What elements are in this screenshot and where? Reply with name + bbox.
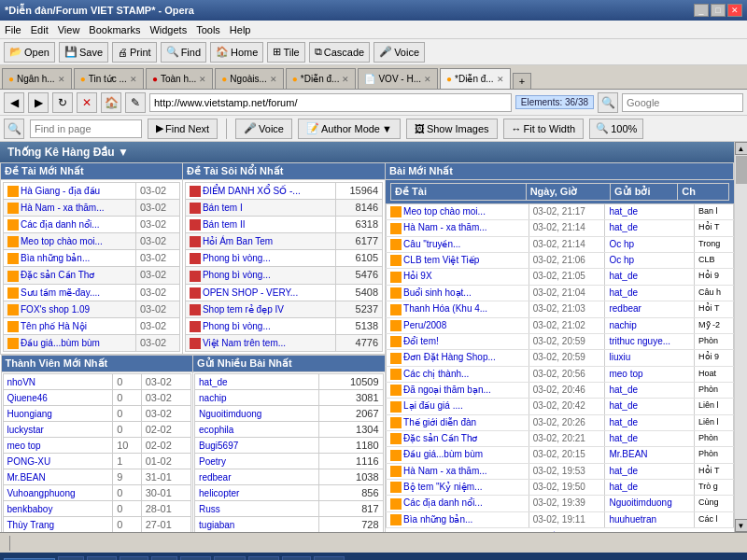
topic-link[interactable]: ĐIỂM DANH XỔ SỐ -...	[203, 186, 301, 196]
poster-link[interactable]: redbear	[199, 472, 231, 483]
topic-link[interactable]: Shop tem rẻ đẹp IV	[203, 304, 284, 315]
url-input[interactable]	[149, 93, 512, 112]
user-link[interactable]: hat_de	[609, 466, 638, 476]
poster-link[interactable]: nachip	[199, 393, 226, 403]
poster-link[interactable]: Bugi5697	[199, 441, 238, 451]
topic-link[interactable]: Đặc sản Cần Thơ	[21, 270, 94, 280]
post-link[interactable]: Đã ngoại thăm bạn...	[403, 385, 491, 395]
member-link[interactable]: Mr.BEAN	[7, 472, 46, 483]
user-link[interactable]: hat_de	[609, 271, 638, 281]
poster-link[interactable]: ecophila	[199, 425, 233, 435]
member-link[interactable]: meo top	[7, 441, 41, 451]
show-images-button[interactable]: 🖼 Show Images	[406, 119, 498, 139]
tab-5[interactable]: 📄VOV - H...✕	[358, 68, 438, 89]
user-link[interactable]: huuhuetran	[609, 514, 656, 525]
topic-link[interactable]: Đầu giá...bùm bùm	[21, 338, 100, 348]
tab-close-3[interactable]: ✕	[270, 75, 277, 84]
member-link[interactable]: PONG-XU	[7, 456, 51, 467]
topic-link[interactable]: Các địa danh nổi...	[21, 219, 100, 230]
home-nav-button[interactable]: 🏠	[101, 92, 121, 113]
post-link[interactable]: Bìa những bản...	[403, 514, 472, 525]
user-link[interactable]: redbear	[609, 303, 641, 314]
post-link[interactable]: Đổi tem!	[403, 336, 439, 346]
scroll-thumb[interactable]	[736, 156, 747, 184]
scroll-down-button[interactable]: ▼	[735, 519, 748, 532]
tab-close-6[interactable]: ✕	[497, 75, 504, 84]
member-link[interactable]: Thùy Trang	[7, 520, 55, 530]
post-link[interactable]: Thế giới diễn đàn	[403, 417, 476, 427]
post-link[interactable]: Buổi sinh hoạt...	[403, 287, 472, 298]
find-next-button[interactable]: ▶ Find Next	[148, 119, 218, 139]
post-link[interactable]: Hỏi 9X	[403, 271, 431, 281]
tab-1[interactable]: ●Tin tức ...✕	[74, 68, 144, 89]
window-controls[interactable]: _ □ ✕	[694, 4, 742, 17]
topic-link[interactable]: Tên phố Hà Nội	[21, 321, 87, 331]
taskbar-item-2[interactable]: M...	[120, 556, 148, 560]
maximize-button[interactable]: □	[711, 4, 726, 17]
poster-link[interactable]: Nguoitimduong	[199, 409, 261, 419]
post-link[interactable]: Các chị thành...	[403, 369, 469, 379]
menu-help[interactable]: Help	[230, 24, 251, 35]
find-toolbar-button[interactable]: 🔍Find	[161, 42, 206, 63]
fit-width-button[interactable]: ↔ Fit to Width	[503, 119, 585, 139]
tab-close-0[interactable]: ✕	[58, 75, 65, 84]
user-link[interactable]: hat_de	[609, 287, 638, 298]
tile-button[interactable]: ⊞Tile	[267, 42, 304, 63]
member-link[interactable]: Vuhoangphuong	[7, 488, 76, 498]
topic-link[interactable]: Meo top chào moi...	[21, 236, 103, 246]
post-link[interactable]: Peru/2008	[403, 320, 446, 330]
user-link[interactable]: liuxiu	[609, 352, 630, 362]
user-link[interactable]: nachip	[609, 320, 636, 330]
topic-link[interactable]: Bán tem I	[203, 203, 243, 213]
member-link[interactable]: nhoVN	[7, 377, 36, 387]
author-mode-button[interactable]: 📝 Author Mode ▼	[298, 119, 401, 139]
poster-link[interactable]: Russ	[199, 504, 220, 514]
topic-link[interactable]: Việt Nam trên tem...	[203, 338, 286, 348]
tab-2[interactable]: ●Toàn h...✕	[146, 68, 213, 89]
taskbar-item-1[interactable]: Dr...	[87, 556, 117, 560]
menu-edit[interactable]: Edit	[31, 24, 49, 35]
cascade-button[interactable]: ⧉Cascade	[309, 42, 370, 63]
menu-bookmarks[interactable]: Bookmarks	[89, 24, 140, 35]
post-link[interactable]: Đặc sản Cần Thơ	[403, 433, 477, 443]
user-link[interactable]: Oc hp	[609, 255, 634, 265]
top-anchor-right[interactable]: top	[553, 530, 566, 532]
post-link[interactable]: Thanh Hóa (Khu 4...	[403, 303, 487, 314]
post-link[interactable]: Bộ tem "Kỷ niệm...	[403, 482, 482, 492]
find-input[interactable]	[30, 119, 142, 138]
post-link[interactable]: Hà Nam - xa thăm...	[403, 222, 486, 232]
topic-link[interactable]: Phong bì vòng...	[203, 253, 271, 263]
taskbar-item-0[interactable]: Y...	[58, 556, 84, 560]
user-link[interactable]: hat_de	[609, 222, 638, 232]
user-link[interactable]: hat_de	[609, 417, 638, 427]
post-link[interactable]: CLB tem Việt Tiếp	[403, 255, 479, 265]
topic-link[interactable]: Hà Giang - địa đầu	[21, 186, 100, 196]
topic-link[interactable]: Phong bì vòng...	[203, 270, 271, 280]
post-link[interactable]: Đơn Đặt Hàng Shop...	[403, 352, 496, 362]
member-link[interactable]: luckystar	[7, 425, 44, 435]
tab-close-5[interactable]: ✕	[424, 75, 431, 84]
menu-widgets[interactable]: Widgets	[149, 24, 187, 35]
tab-0[interactable]: ●Ngân h...✕	[2, 68, 72, 89]
topic-link[interactable]: OPEN SHOP - VERY...	[203, 287, 298, 298]
topic-link[interactable]: Phong bì vòng...	[203, 321, 271, 331]
taskbar-item-7[interactable]: M...	[282, 556, 311, 560]
user-link[interactable]: Oc hp	[609, 239, 634, 249]
topic-link[interactable]: Hỏi Ám Ban Tem	[203, 236, 273, 246]
tab-close-2[interactable]: ✕	[199, 75, 206, 84]
scroll-up-button[interactable]: ▲	[735, 142, 748, 155]
back-button[interactable]: ◀	[4, 92, 24, 113]
forward-button[interactable]: ▶	[28, 92, 49, 113]
save-button[interactable]: 💾Save	[59, 42, 108, 63]
tab-close-1[interactable]: ✕	[130, 75, 137, 84]
new-tab-button[interactable]: +	[513, 73, 531, 89]
post-link[interactable]: Hà Nam - xa thăm...	[403, 466, 486, 476]
taskbar-item-5[interactable]: un...	[214, 556, 245, 560]
poster-link[interactable]: Poetry	[199, 456, 226, 467]
tab-6[interactable]: ●*Diễn đ...✕	[440, 68, 511, 89]
topic-link[interactable]: Sưu tầm mẽ-đay....	[21, 287, 100, 298]
tab-3[interactable]: ●Ngoàis...✕	[215, 68, 284, 89]
taskbar-item-6[interactable]: un...	[248, 556, 279, 560]
user-link[interactable]: hat_de	[609, 206, 638, 217]
topic-link[interactable]: Hà Nam - xa thăm...	[21, 203, 104, 213]
